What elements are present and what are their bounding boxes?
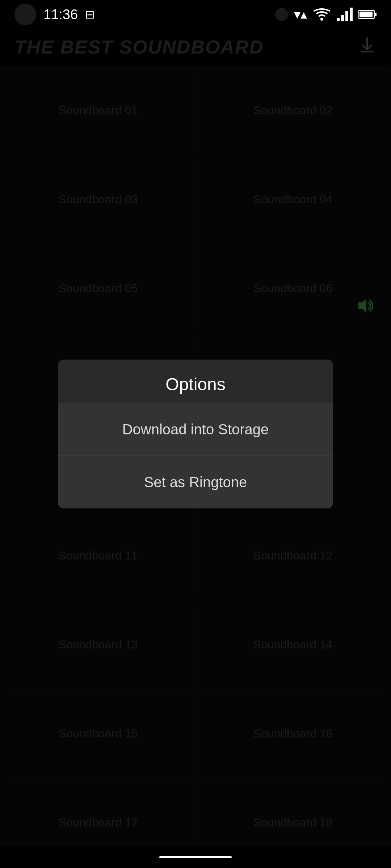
nav-home-indicator[interactable] — [159, 856, 232, 858]
options-dialog: Options Download into Storage Set as Rin… — [58, 360, 333, 509]
svg-point-0 — [320, 18, 323, 21]
modal-overlay[interactable]: Options Download into Storage Set as Rin… — [0, 0, 391, 868]
wifi-icon — [313, 8, 331, 21]
options-dialog-title: Options — [58, 360, 333, 403]
status-circle-icon — [14, 4, 36, 25]
battery-icon — [358, 9, 377, 20]
status-right: ▾▴ — [275, 7, 377, 22]
svg-rect-7 — [360, 12, 373, 17]
wifi-icon: ▾▴ — [294, 7, 307, 22]
signal-icon — [337, 8, 353, 21]
nav-bar — [0, 846, 391, 868]
status-time: 11:36 — [43, 7, 78, 22]
svg-rect-1 — [337, 18, 340, 21]
status-bar: 11:36 ⊟ ▾▴ — [0, 0, 391, 29]
svg-rect-2 — [341, 15, 344, 21]
svg-rect-3 — [345, 11, 348, 21]
svg-rect-4 — [350, 8, 353, 21]
svg-rect-6 — [374, 13, 377, 16]
camera-dot — [275, 8, 288, 21]
download-into-storage-button[interactable]: Download into Storage — [58, 403, 333, 456]
set-as-ringtone-button[interactable]: Set as Ringtone — [58, 456, 333, 509]
status-left: 11:36 ⊟ — [14, 4, 95, 25]
notification-icon: ⊟ — [85, 8, 95, 21]
